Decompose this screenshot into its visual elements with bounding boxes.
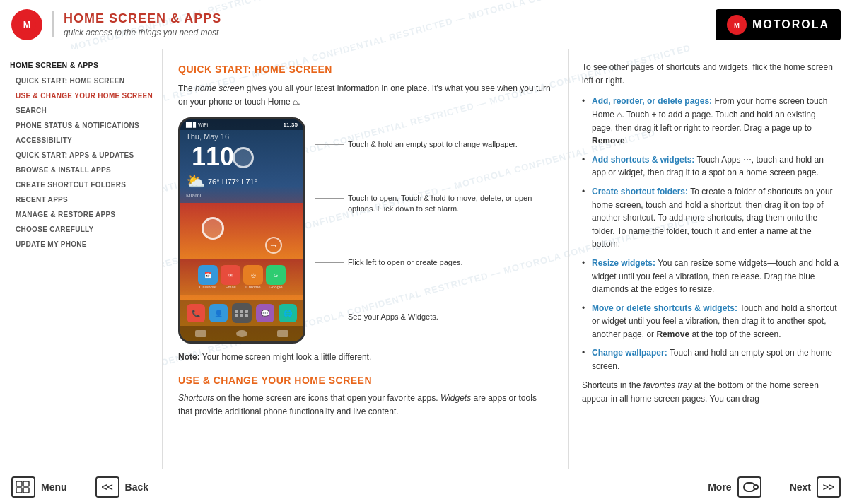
callout-apps-text: See your Apps & Widgets. bbox=[348, 312, 438, 322]
phone-nav-bar bbox=[180, 326, 303, 341]
touch-gesture-middle bbox=[202, 217, 224, 240]
header-left: M HOME SCREEN & APPS quick access to the… bbox=[11, 9, 221, 40]
phone-callouts: Touch & hold an empty spot to change wal… bbox=[305, 117, 553, 344]
sidebar-item-search[interactable]: SEARCH bbox=[0, 103, 162, 118]
back-button[interactable]: << Back bbox=[95, 476, 148, 498]
menu-button[interactable]: Menu bbox=[11, 476, 67, 498]
footer-left: Menu << Back bbox=[11, 476, 148, 498]
right-intro: To see other pages of shortcuts and widg… bbox=[582, 61, 839, 88]
sidebar-item-accessibility[interactable]: ACCESSIBILITY bbox=[0, 133, 162, 148]
use-change-title: USE & CHANGE YOUR HOME SCREEN bbox=[178, 375, 553, 386]
bullet-term-move-delete: Move or delete shortcuts & widgets: bbox=[592, 303, 737, 313]
header-title-block: HOME SCREEN & APPS quick access to the t… bbox=[52, 11, 221, 37]
sidebar-item-manage-restore[interactable]: MANAGE & RESTORE APPS bbox=[0, 207, 162, 222]
fav-apps-grid bbox=[232, 303, 252, 323]
right-outro: Shortcuts in the favorites tray at the b… bbox=[582, 379, 839, 406]
next-button[interactable]: Next >> bbox=[790, 476, 841, 498]
phone-note: Note: Your home screen might look a litt… bbox=[178, 351, 553, 364]
use-change-body: Shortcuts on the home screen are icons t… bbox=[178, 392, 553, 418]
callout-open: Touch to open. Touch & hold to move, del… bbox=[315, 193, 553, 215]
phone-recent-btn bbox=[277, 330, 288, 337]
menu-icon bbox=[11, 476, 35, 498]
phone-home-btn bbox=[236, 330, 247, 337]
sidebar-item-browse-install[interactable]: BROWSE & INSTALL APPS bbox=[0, 163, 162, 177]
sidebar-item-phone-status[interactable]: PHONE STATUS & NOTIFICATIONS bbox=[0, 118, 162, 133]
phone-clock: 110 bbox=[186, 143, 240, 171]
phone-apps-area: 📅 Calendar ✉ Email ◎ Chrome bbox=[180, 259, 303, 295]
bullet-move-delete: Move or delete shortcuts & widgets: Touc… bbox=[582, 302, 839, 341]
back-label: Back bbox=[125, 481, 148, 493]
fav-messages: 💬 bbox=[256, 304, 274, 322]
note-label: Note: bbox=[178, 352, 200, 362]
phone-back-btn bbox=[195, 330, 206, 337]
callout-line-3 bbox=[315, 262, 344, 263]
phone-weather: ⛅ 76° H77° L71° bbox=[180, 171, 303, 192]
fav-browser: 🌐 bbox=[279, 304, 297, 322]
svg-text:M: M bbox=[23, 20, 31, 30]
phone-area: ▊▊▊ WiFi 11:35 Thu, May 16 110 bbox=[178, 117, 553, 344]
svg-rect-4 bbox=[16, 481, 22, 486]
phone-app-chrome-label: Chrome bbox=[243, 285, 263, 289]
sidebar-item-create-shortcut[interactable]: CREATE SHORTCUT FOLDERS bbox=[0, 177, 162, 192]
middle-content: QUICK START: HOME SCREEN The home screen… bbox=[163, 49, 569, 469]
bullet-list: Add, reorder, or delete pages: From your… bbox=[582, 95, 839, 373]
callout-wallpaper-text: Touch & hold an empty spot to change wal… bbox=[348, 139, 518, 150]
callout-line-4 bbox=[315, 317, 344, 317]
sidebar-item-quick-start-home[interactable]: QUICK START: HOME SCREEN bbox=[0, 74, 162, 88]
phone-app-calendar: 📅 bbox=[198, 265, 218, 285]
callout-line-2 bbox=[315, 198, 344, 199]
flick-gesture: → bbox=[265, 237, 282, 254]
phone-screen: ▊▊▊ WiFi 11:35 Thu, May 16 110 bbox=[180, 119, 303, 341]
phone-app-google: G bbox=[266, 265, 286, 285]
next-label: Next bbox=[790, 481, 811, 493]
bullet-change-wallpaper: Change wallpaper: Touch and hold an empt… bbox=[582, 346, 839, 373]
more-icon bbox=[737, 476, 761, 498]
phone-middle-section: → bbox=[180, 203, 303, 259]
header: M HOME SCREEN & APPS quick access to the… bbox=[0, 0, 852, 49]
fav-contacts: 👤 bbox=[209, 304, 228, 322]
bullet-resize-widgets: Resize widgets: You can resize some widg… bbox=[582, 257, 839, 296]
svg-rect-7 bbox=[23, 488, 29, 493]
sidebar: HOME SCREEN & APPS QUICK START: HOME SCR… bbox=[0, 49, 163, 469]
phone-app-google-label: Google bbox=[266, 285, 286, 289]
callout-flick-text: Flick left to open or create pages. bbox=[348, 257, 463, 268]
more-button[interactable]: More bbox=[708, 476, 761, 498]
back-icon: << bbox=[95, 476, 119, 498]
phone-favorites-tray: 📞 👤 💬 bbox=[180, 300, 303, 326]
sidebar-item-recent-apps[interactable]: RECENT APPS bbox=[0, 192, 162, 207]
touch-gesture-clock bbox=[233, 147, 254, 168]
bullet-term-add-shortcuts: Add shortcuts & widgets: bbox=[592, 155, 694, 165]
sidebar-item-choose-carefully[interactable]: CHOOSE CAREFULLY bbox=[0, 222, 162, 237]
bullet-term-change-wallpaper: Change wallpaper: bbox=[592, 348, 667, 358]
svg-rect-6 bbox=[16, 488, 22, 493]
phone-app-email-label: Email bbox=[221, 285, 240, 289]
brand-name-label: MOTOROLA bbox=[752, 18, 829, 31]
bullet-create-folders: Create shortcut folders: To create a fol… bbox=[582, 185, 839, 251]
bullet-add-shortcuts: Add shortcuts & widgets: Touch Apps ⋯, t… bbox=[582, 153, 839, 180]
sidebar-item-use-change[interactable]: USE & CHANGE YOUR HOME SCREEN bbox=[0, 88, 162, 103]
callout-wallpaper: Touch & hold an empty spot to change wal… bbox=[315, 139, 553, 150]
phone-app-calendar-label: Calendar bbox=[198, 285, 218, 289]
phone-mockup: ▊▊▊ WiFi 11:35 Thu, May 16 110 bbox=[178, 117, 305, 344]
main-container: HOME SCREEN & APPS QUICK START: HOME SCR… bbox=[0, 49, 852, 469]
svg-text:M: M bbox=[734, 20, 740, 28]
phone-app-chrome: ◎ bbox=[243, 265, 263, 285]
svg-rect-5 bbox=[23, 481, 29, 486]
callout-apps: See your Apps & Widgets. bbox=[315, 312, 553, 322]
note-text-content: Your home screen might look a little dif… bbox=[202, 352, 371, 362]
callout-open-text: Touch to open. Touch & hold to move, del… bbox=[348, 193, 553, 215]
header-brand-logo: M bbox=[727, 15, 747, 35]
quick-start-body: The home screen gives you all your lates… bbox=[178, 82, 553, 109]
sidebar-item-home-screen-apps[interactable]: HOME SCREEN & APPS bbox=[0, 58, 162, 74]
quick-start-title: QUICK START: HOME SCREEN bbox=[178, 64, 553, 75]
motorola-logo-header: M bbox=[11, 9, 42, 40]
sidebar-item-quick-start-apps[interactable]: QUICK START: APPS & UPDATES bbox=[0, 148, 162, 163]
sidebar-item-update-phone[interactable]: UPDATE MY PHONE bbox=[0, 237, 162, 252]
phone-time: 11:35 bbox=[284, 122, 298, 128]
menu-label: Menu bbox=[41, 481, 67, 493]
phone-app-email: ✉ bbox=[221, 265, 240, 285]
phone-date: Thu, May 16 bbox=[180, 130, 303, 143]
right-content: To see other pages of shortcuts and widg… bbox=[569, 49, 852, 469]
bullet-term-create-folders: Create shortcut folders: bbox=[592, 187, 688, 197]
phone-signal-icons: ▊▊▊ WiFi bbox=[186, 122, 208, 128]
